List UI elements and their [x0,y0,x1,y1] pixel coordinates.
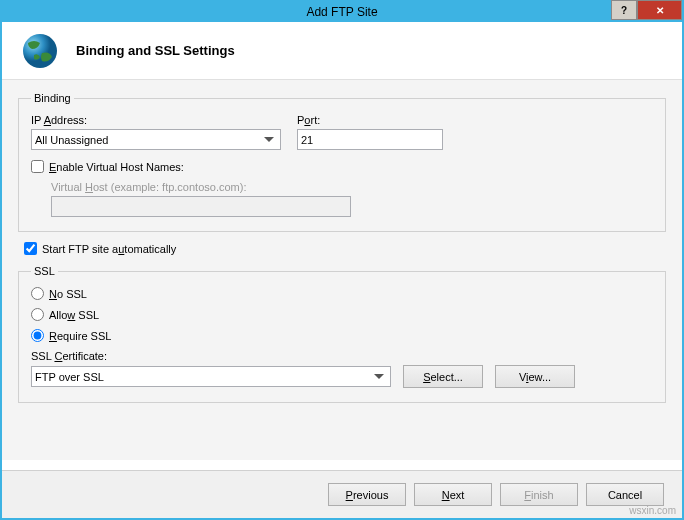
previous-button[interactable]: Previous [328,483,406,506]
autostart-label: Start FTP site automatically [42,243,176,255]
ssl-cert-row: FTP over SSL Select... View... [31,365,653,388]
help-button[interactable]: ? [611,0,637,20]
require-ssl-radio[interactable] [31,329,44,342]
ip-address-label: IP Address: [31,114,281,126]
wizard-footer: Previous Next Finish Cancel [2,470,682,518]
watermark: wsxin.com [629,505,676,516]
view-cert-button[interactable]: View... [495,365,575,388]
binding-group: Binding IP Address: All Unassigned Port:… [18,92,666,232]
titlebar: Add FTP Site ? ✕ [2,2,682,22]
autostart-checkbox[interactable] [24,242,37,255]
ip-address-field: IP Address: All Unassigned [31,114,281,150]
allow-ssl-row: Allow SSL [31,308,653,321]
header-bar: Binding and SSL Settings [2,22,682,80]
titlebar-buttons: ? ✕ [611,0,682,20]
require-ssl-row: Require SSL [31,329,653,342]
enable-vhost-checkbox[interactable] [31,160,44,173]
port-label: Port: [297,114,443,126]
enable-vhost-row: Enable Virtual Host Names: [31,160,653,173]
allow-ssl-label: Allow SSL [49,309,99,321]
vhost-field-label: Virtual Host (example: ftp.contoso.com): [51,181,653,193]
ssl-cert-select[interactable]: FTP over SSL [31,366,391,387]
vhost-block: Virtual Host (example: ftp.contoso.com): [31,181,653,217]
require-ssl-label: Require SSL [49,330,111,342]
port-field: Port: [297,114,443,150]
finish-button: Finish [500,483,578,506]
close-button[interactable]: ✕ [637,0,682,20]
enable-vhost-label: Enable Virtual Host Names: [49,161,184,173]
svg-point-0 [23,34,57,68]
vhost-input [51,196,351,217]
ssl-cert-label: SSL Certificate: [31,350,653,362]
ssl-legend: SSL [31,265,58,277]
no-ssl-row: No SSL [31,287,653,300]
autostart-row: Start FTP site automatically [24,242,666,255]
next-button[interactable]: Next [414,483,492,506]
ip-address-select[interactable]: All Unassigned [31,129,281,150]
cancel-button[interactable]: Cancel [586,483,664,506]
no-ssl-label: No SSL [49,288,87,300]
content-area: Binding IP Address: All Unassigned Port:… [2,80,682,460]
port-input[interactable] [297,129,443,150]
ssl-group: SSL No SSL Allow SSL Require SSL SSL Cer… [18,265,666,403]
page-title: Binding and SSL Settings [76,43,235,58]
globe-icon [20,31,60,71]
select-cert-button[interactable]: Select... [403,365,483,388]
window-title: Add FTP Site [306,5,377,19]
allow-ssl-radio[interactable] [31,308,44,321]
no-ssl-radio[interactable] [31,287,44,300]
binding-row: IP Address: All Unassigned Port: [31,114,653,150]
binding-legend: Binding [31,92,74,104]
dialog-window: Add FTP Site ? ✕ Binding and SSL Setting… [0,0,684,520]
